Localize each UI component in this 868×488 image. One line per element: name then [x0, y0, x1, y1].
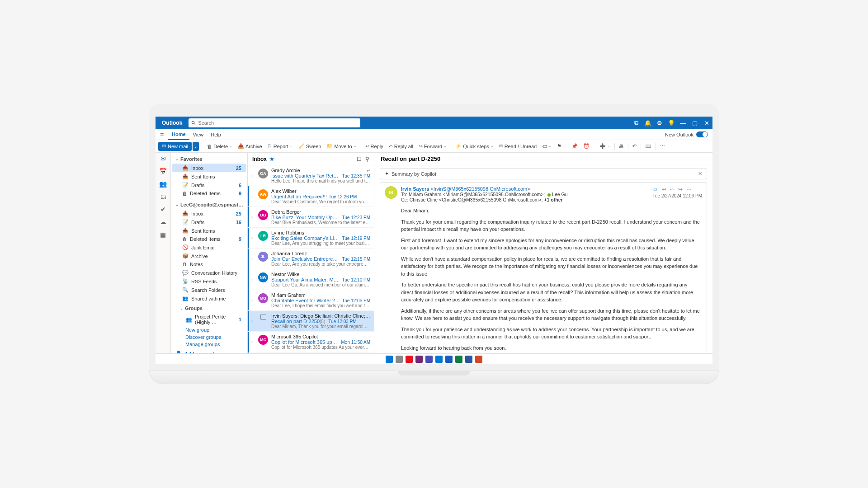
chevron-icon[interactable]: › [251, 168, 255, 183]
close-copilot-icon[interactable]: ✕ [698, 171, 702, 177]
nav-notes[interactable]: 🗒Notes [172, 260, 246, 268]
nav-deleted-items[interactable]: 🗑Deleted Items9 [172, 189, 246, 197]
search-input[interactable] [198, 120, 358, 126]
copilot-summary-bar[interactable]: ✦ Summary by Copilot ✕ [380, 168, 707, 179]
ribbon-broom[interactable]: 🧹Sweep [296, 142, 324, 151]
ribbon-addon[interactable]: ➕⌄ [597, 142, 613, 151]
rail-groups[interactable]: 🗂 [159, 192, 167, 201]
checkbox-icon[interactable] [260, 314, 266, 320]
tips-icon[interactable]: 💡 [665, 120, 677, 127]
nav-deleted-items[interactable]: 🗑Deleted Items9 [172, 235, 246, 243]
nav-sent-items[interactable]: 📤Sent Items [172, 226, 246, 235]
taskbar-app-5[interactable] [435, 356, 443, 363]
nav-junk-email[interactable]: 🚫Junk Email [172, 243, 246, 252]
ribbon-folder[interactable]: 📁Move to⌄ [324, 142, 359, 151]
group-link[interactable]: Manage groups [171, 341, 247, 348]
notifications-icon[interactable]: 🔔 [642, 120, 654, 127]
chevron-icon[interactable]: › [251, 209, 255, 225]
reply-icon[interactable]: ↩ [662, 186, 666, 192]
ribbon-print[interactable]: 🖶 [617, 142, 626, 151]
message-item[interactable]: › MC Microsoft 365 Copilot Copilot for M… [248, 332, 374, 352]
forward-icon[interactable]: ↪ [678, 186, 683, 192]
ribbon-trash[interactable]: 🗑Delete⌄ [205, 142, 235, 151]
message-item[interactable]: › DB Debra Berger Bike Buzz: Your Monthl… [248, 207, 374, 228]
nav-search-folders[interactable]: 🔍Search Folders [172, 286, 246, 294]
taskbar-app-2[interactable] [406, 356, 413, 363]
maximize-icon[interactable]: ▢ [689, 120, 701, 127]
message-item[interactable]: › NW Nestor Wilke Support Your Alma Mate… [248, 269, 374, 290]
chevron-icon[interactable]: › [251, 272, 255, 287]
taskbar-app-1[interactable] [396, 356, 403, 363]
taskbar-app-0[interactable] [386, 356, 393, 363]
windows-taskbar[interactable] [156, 353, 712, 364]
favorites-header[interactable]: ⌄Favorites [171, 155, 247, 164]
rail-calendar[interactable]: 📅 [159, 167, 167, 175]
taskbar-app-9[interactable] [475, 356, 482, 363]
ribbon-bolt[interactable]: ⚡Quick steps⌄ [453, 142, 495, 151]
groups-header[interactable]: ⌄Groups [171, 304, 247, 313]
new-mail-split[interactable]: ⌄ [193, 142, 199, 151]
settings-icon[interactable]: ⚙ [654, 120, 665, 127]
rail-people[interactable]: 👥 [159, 180, 167, 188]
rail-todo[interactable]: ✔ [159, 205, 167, 213]
tab-view[interactable]: View [189, 129, 208, 140]
ribbon-pin[interactable]: 📌 [569, 142, 580, 151]
reading-scroll[interactable]: IS Irvin Sayers <IrvinS@M365x62155098.On… [374, 182, 712, 353]
nav-shared-with-me[interactable]: 👥Shared with me [172, 294, 246, 303]
new-mail-button[interactable]: ✉ New mail [158, 142, 192, 151]
tab-home[interactable]: Home [168, 129, 189, 140]
tab-help[interactable]: Help [207, 129, 225, 140]
rail-onedrive[interactable]: ☁ [159, 218, 167, 226]
ribbon-replyall[interactable]: ⤺Reply all [387, 142, 415, 151]
group-link[interactable]: Discover groups [171, 333, 247, 341]
ribbon-more[interactable]: ⋯ [658, 142, 667, 151]
chevron-icon[interactable]: › [251, 251, 255, 267]
nav-inbox[interactable]: 📥Inbox25 [172, 164, 246, 172]
toggle-switch[interactable] [696, 131, 708, 137]
star-icon[interactable]: ★ [269, 156, 274, 162]
chevron-icon[interactable]: › [251, 188, 255, 204]
taskbar-app-4[interactable] [425, 356, 433, 363]
ribbon-flag[interactable]: ⚐Report⌄ [265, 142, 295, 151]
group-project[interactable]: 👥 Project Perlite (Highly … 1 [172, 313, 246, 326]
nav-inbox[interactable]: 📥Inbox25 [172, 209, 246, 218]
message-item[interactable]: › MG Miriam Graham Charitable Event for … [248, 290, 374, 311]
taskbar-app-6[interactable] [445, 356, 453, 363]
more-icon[interactable]: ⋯ [686, 186, 692, 192]
search-box[interactable] [189, 118, 360, 127]
nav-drafts[interactable]: 📝Drafts6 [172, 181, 246, 189]
message-item[interactable]: › GA Grady Archie↩ Issue with Quarterly … [248, 165, 374, 186]
account-header[interactable]: ⌄LeeG@copilot2.cspmast… [171, 200, 247, 209]
nav-rss-feeds[interactable]: 📡RSS Feeds [172, 277, 246, 286]
close-icon[interactable]: ✕ [701, 120, 712, 127]
ribbon-mail[interactable]: ✉Read / Unread [497, 142, 539, 151]
ribbon-flag2[interactable]: ⚑⌄ [555, 142, 568, 151]
minimize-icon[interactable]: — [677, 120, 689, 127]
nav-sent-items[interactable]: 📤Sent Items [172, 172, 246, 181]
rail-apps[interactable]: ▦ [159, 230, 167, 239]
ribbon-tag[interactable]: 🏷⌄ [540, 142, 554, 151]
ribbon-undo[interactable]: ↶ [630, 142, 639, 151]
group-link[interactable]: New group [171, 326, 247, 333]
chevron-icon[interactable]: › [251, 334, 255, 350]
message-item[interactable]: › JL Johanna Lorenz Join Our Exclusive E… [248, 249, 374, 269]
select-all-icon[interactable]: ☐ [357, 156, 362, 162]
ribbon-snooze[interactable]: ⏰⌄ [581, 142, 596, 151]
taskbar-app-7[interactable] [455, 356, 462, 363]
message-item[interactable]: › LR Lynne Robbins Exciting Sales Compan… [248, 228, 374, 249]
nav-drafts[interactable]: 📝Drafts16 [172, 218, 246, 226]
reply-all-icon[interactable]: ⤺ [670, 186, 675, 192]
rail-mail[interactable]: ✉ [159, 155, 167, 163]
ribbon-archive[interactable]: 📥Archive [236, 142, 264, 151]
ribbon-forward[interactable]: ↪Forward⌄ [416, 142, 449, 151]
message-item[interactable]: › Irvin Sayers; Diego Siciliani; Christi… [248, 311, 374, 332]
taskbar-app-8[interactable] [465, 356, 472, 363]
new-outlook-toggle[interactable]: New Outlook [665, 131, 712, 137]
smile-icon[interactable]: ☺ [652, 186, 658, 192]
sender-name-1[interactable]: Irvin Sayers <IrvinS@M365x62155098.OnMic… [401, 186, 649, 192]
chevron-icon[interactable]: › [251, 313, 255, 329]
message-item[interactable]: › AW Alex Wilber Urgent Action Required!… [248, 186, 374, 207]
hamburger-icon[interactable]: ≡ [156, 131, 168, 138]
chevron-icon[interactable]: › [251, 230, 255, 246]
message-items[interactable]: › GA Grady Archie↩ Issue with Quarterly … [248, 165, 374, 353]
